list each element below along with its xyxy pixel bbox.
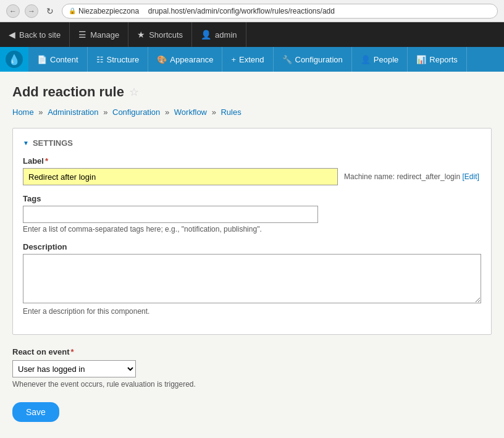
breadcrumb-home[interactable]: Home xyxy=(12,107,34,117)
settings-section: ▼ SETTINGS Label* Machine name: redirect… xyxy=(12,128,492,335)
description-field-label: Description xyxy=(23,242,481,251)
event-select[interactable]: User has logged in User has logged out U… xyxy=(12,360,136,377)
nav-content-label: Content xyxy=(50,55,78,64)
page-title: Add reaction rule xyxy=(12,84,124,100)
nav-people[interactable]: 👤 People xyxy=(352,47,408,72)
admin-toolbar: ◀ Back to site ☰ Manage ★ Shortcuts 👤 ad… xyxy=(0,22,504,47)
machine-name-edit-link[interactable]: [Edit] xyxy=(462,172,479,181)
address-bar[interactable]: 🔒 Niezabezpieczona drupal.host/en/admin/… xyxy=(62,4,498,19)
label-input-wrapper xyxy=(23,168,338,185)
arrow-left-icon: ◀ xyxy=(9,30,15,40)
tags-field-label: Tags xyxy=(23,194,481,203)
extend-icon: + xyxy=(231,55,236,64)
description-form-group: Description Enter a description for this… xyxy=(23,242,481,316)
page-content: Add reaction rule ☆ Home » Administratio… xyxy=(0,72,504,434)
label-required-marker: * xyxy=(45,156,48,166)
browser-chrome: ← → ↻ 🔒 Niezabezpieczona drupal.host/en/… xyxy=(0,0,504,22)
manage-label: Manage xyxy=(90,30,119,40)
section-collapse-icon[interactable]: ▼ xyxy=(23,140,29,146)
nav-extend-label: Extend xyxy=(239,55,264,64)
tags-help-text: Enter a list of comma-separated tags her… xyxy=(23,225,481,234)
nav-extend[interactable]: + Extend xyxy=(222,47,273,72)
configuration-icon: 🔧 xyxy=(282,55,292,64)
label-form-group: Label* Machine name: redirect_after_logi… xyxy=(23,156,481,185)
label-input[interactable] xyxy=(23,168,338,185)
machine-name-value: redirect_after_login xyxy=(397,172,460,181)
page-title-area: Add reaction rule ☆ xyxy=(12,84,492,100)
user-icon: 👤 xyxy=(201,30,211,40)
nav-people-label: People xyxy=(374,55,398,64)
machine-name-display: Machine name: redirect_after_login [Edit… xyxy=(344,172,479,181)
structure-icon: ☷ xyxy=(96,55,104,64)
breadcrumb-workflow[interactable]: Workflow xyxy=(174,107,207,117)
url-display: drupal.host/en/admin/config/workflow/rul… xyxy=(148,7,335,15)
security-icon: 🔒 xyxy=(69,7,76,14)
event-label: React on event* xyxy=(12,347,492,356)
manage-button[interactable]: ☰ Manage xyxy=(70,22,128,47)
shortcuts-label: Shortcuts xyxy=(149,30,183,40)
event-section: React on event* User has logged in User … xyxy=(12,347,492,389)
nav-structure-label: Structure xyxy=(107,55,140,64)
description-help-text: Enter a description for this component. xyxy=(23,307,481,316)
url-insecure-label: Niezabezpieczona xyxy=(78,7,139,15)
nav-configuration[interactable]: 🔧 Configuration xyxy=(274,47,352,72)
breadcrumb-sep-1: » xyxy=(38,107,45,117)
url-separator xyxy=(141,7,146,15)
settings-section-title: ▼ SETTINGS xyxy=(23,138,481,148)
description-textarea[interactable] xyxy=(23,254,481,303)
save-button[interactable]: Save xyxy=(12,402,59,422)
star-icon: ★ xyxy=(137,30,145,40)
secondary-nav: 💧 📄 Content ☷ Structure 🎨 Appearance + E… xyxy=(0,47,504,72)
label-row: Machine name: redirect_after_login [Edit… xyxy=(23,168,481,185)
admin-label: admin xyxy=(215,30,237,40)
tags-form-group: Tags Enter a list of comma-separated tag… xyxy=(23,194,481,234)
nav-reports-label: Reports xyxy=(429,55,458,64)
nav-appearance-label: Appearance xyxy=(170,55,213,64)
admin-user-button[interactable]: 👤 admin xyxy=(192,22,246,47)
nav-appearance[interactable]: 🎨 Appearance xyxy=(148,47,222,72)
shortcuts-button[interactable]: ★ Shortcuts xyxy=(128,22,192,47)
breadcrumb-rules[interactable]: Rules xyxy=(220,107,241,117)
appearance-icon: 🎨 xyxy=(157,55,167,64)
content-icon: 📄 xyxy=(37,55,47,64)
nav-reports[interactable]: 📊 Reports xyxy=(408,47,467,72)
breadcrumb-sep-4: » xyxy=(212,107,219,117)
breadcrumb-sep-2: » xyxy=(103,107,110,117)
form-actions: Save xyxy=(12,398,492,422)
nav-structure[interactable]: ☷ Structure xyxy=(88,47,149,72)
tags-input[interactable] xyxy=(23,206,318,223)
refresh-button[interactable]: ↻ xyxy=(43,4,57,18)
breadcrumb-configuration[interactable]: Configuration xyxy=(112,107,160,117)
menu-icon: ☰ xyxy=(78,30,86,40)
event-required-marker: * xyxy=(70,347,74,356)
drupal-logo[interactable]: 💧 xyxy=(0,47,28,72)
back-button[interactable]: ← xyxy=(6,4,20,18)
breadcrumb-sep-3: » xyxy=(165,107,172,117)
back-to-site-label: Back to site xyxy=(19,30,61,40)
reports-icon: 📊 xyxy=(416,55,426,64)
forward-button[interactable]: → xyxy=(25,4,38,18)
nav-content[interactable]: 📄 Content xyxy=(28,47,88,72)
drupal-flame-icon: 💧 xyxy=(6,51,23,68)
back-to-site-button[interactable]: ◀ Back to site xyxy=(0,22,70,47)
nav-configuration-label: Configuration xyxy=(295,55,343,64)
settings-title-text: SETTINGS xyxy=(33,138,73,148)
favorite-icon[interactable]: ☆ xyxy=(129,85,139,99)
breadcrumb: Home » Administration » Configuration » … xyxy=(12,107,492,117)
people-icon: 👤 xyxy=(361,55,371,64)
breadcrumb-administration[interactable]: Administration xyxy=(48,107,98,117)
label-field-label: Label* xyxy=(23,156,481,166)
event-help-text: Whenever the event occurs, rule evaluati… xyxy=(12,380,492,389)
